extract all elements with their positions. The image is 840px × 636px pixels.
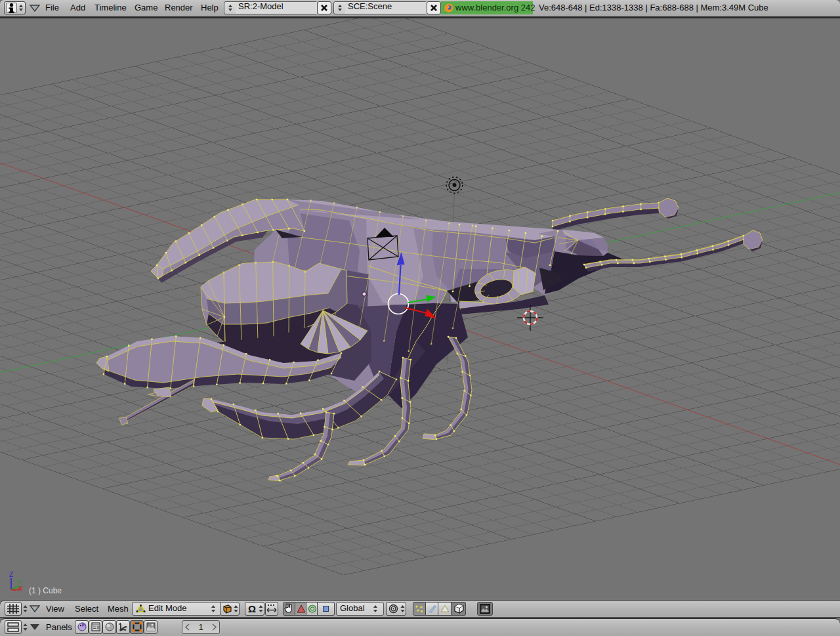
svg-text:Z: Z [9,571,13,578]
svg-text:X: X [18,585,23,593]
svg-text:(1 ) Cube: (1 ) Cube [29,586,62,595]
